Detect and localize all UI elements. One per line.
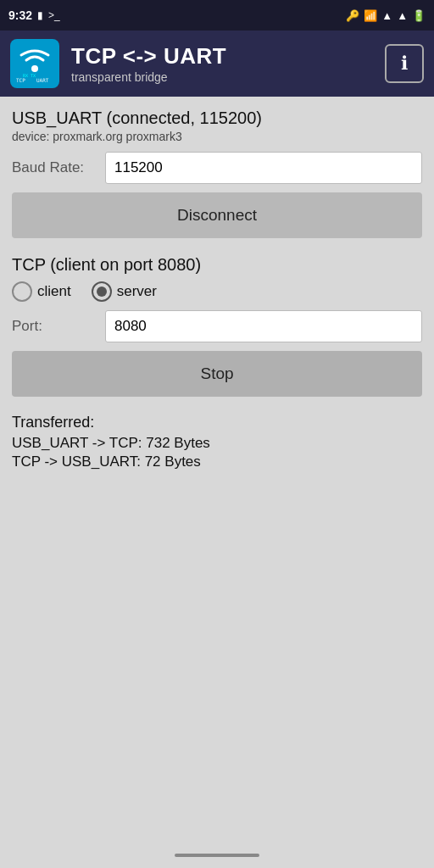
baud-rate-label: Baud Rate: <box>12 159 105 176</box>
usb-section: USB_UART (connected, 115200) device: pro… <box>12 108 422 255</box>
info-button[interactable]: ℹ <box>385 44 424 83</box>
home-indicator <box>175 854 259 857</box>
tcp-section: TCP (client on port 8080) client server … <box>12 255 422 397</box>
app-header: TCP UART RX TX TCP <-> UART transparent … <box>0 31 434 97</box>
svg-text:UART: UART <box>36 77 49 83</box>
app-title-block: TCP <-> UART transparent bridge <box>71 43 226 84</box>
usb-device-label: device: proxmark.org proxmark3 <box>12 130 422 143</box>
transferred-title: Transferred: <box>12 414 422 431</box>
usb-status-title: USB_UART (connected, 115200) <box>12 108 422 128</box>
wifi-icon: ▲ <box>381 9 392 22</box>
server-radio-label: server <box>117 283 157 300</box>
transferred-section: Transferred: USB_UART -> TCP: 732 Bytes … <box>12 414 422 472</box>
status-bar: 9:32 ▮ >_ 🔑 📶 ▲ ▲ 🔋 <box>0 0 434 31</box>
main-content: USB_UART (connected, 115200) device: pro… <box>0 97 434 843</box>
usb-to-tcp-line: USB_UART -> TCP: 732 Bytes <box>12 435 422 452</box>
svg-point-0 <box>31 65 38 72</box>
bottom-bar <box>0 843 434 868</box>
battery-icon: 🔋 <box>412 9 426 22</box>
status-time: 9:32 <box>8 8 32 22</box>
baud-rate-input[interactable] <box>105 152 422 184</box>
mode-radio-row: client server <box>12 281 422 302</box>
cell-icon: ▲ <box>397 9 408 22</box>
app-header-left: TCP UART RX TX TCP <-> UART transparent … <box>10 39 226 88</box>
baud-rate-row: Baud Rate: <box>12 152 422 184</box>
port-row: Port: <box>12 310 422 342</box>
terminal-icon: >_ <box>48 9 60 21</box>
tcp-to-usb-line: TCP -> USB_UART: 72 Bytes <box>12 453 422 470</box>
status-bar-right: 🔑 📶 ▲ ▲ 🔋 <box>346 9 426 22</box>
status-bar-left: 9:32 ▮ >_ <box>8 8 60 22</box>
client-radio-circle[interactable] <box>12 281 32 302</box>
port-input[interactable] <box>105 310 422 342</box>
disconnect-button[interactable]: Disconnect <box>12 192 422 238</box>
stop-button[interactable]: Stop <box>12 351 422 397</box>
client-radio-option[interactable]: client <box>12 281 71 302</box>
key-icon: 🔑 <box>346 9 359 22</box>
signal-bars-icon: 📶 <box>364 9 377 22</box>
tcp-section-title: TCP (client on port 8080) <box>12 255 422 275</box>
server-radio-circle[interactable] <box>92 281 112 302</box>
app-title: TCP <-> UART <box>71 43 226 70</box>
app-logo: TCP UART RX TX <box>10 39 59 88</box>
client-radio-label: client <box>37 283 71 300</box>
port-label: Port: <box>12 318 105 335</box>
server-radio-option[interactable]: server <box>92 281 157 302</box>
svg-text:TCP: TCP <box>16 77 25 83</box>
app-subtitle: transparent bridge <box>71 70 226 84</box>
svg-text:RX TX: RX TX <box>23 73 36 78</box>
volt-icon: ▮ <box>37 9 43 21</box>
